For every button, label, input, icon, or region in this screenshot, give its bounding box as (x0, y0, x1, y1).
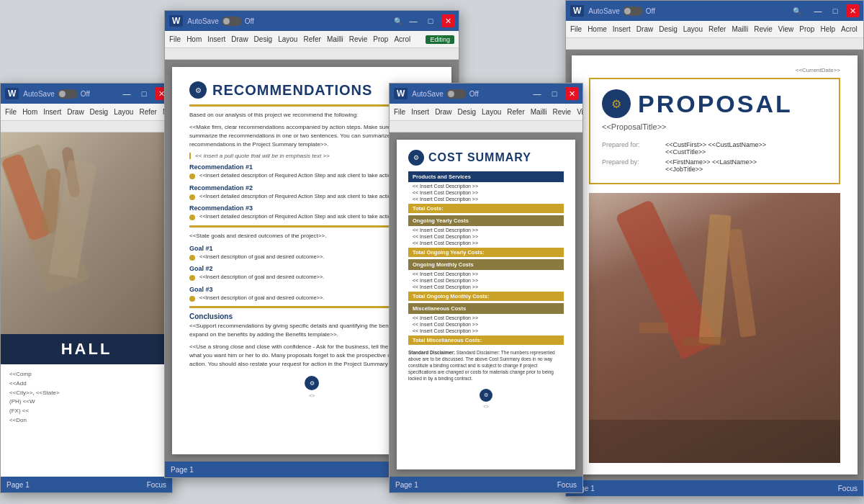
ribbon-review-3[interactable]: Revie (553, 108, 572, 116)
word-logo-4: W (570, 5, 584, 17)
ribbon-refer-1[interactable]: Refer (139, 108, 156, 116)
ribbon-view-4[interactable]: View (778, 25, 794, 33)
ribbon-refer-4[interactable]: Refer (708, 25, 726, 33)
ribbon-layout-1[interactable]: Layou (114, 108, 133, 116)
recommendations-icon: ⚙ (189, 81, 207, 99)
ribbon-file-4[interactable]: File (570, 25, 582, 33)
ribbon-draw-3[interactable]: Draw (435, 108, 451, 116)
page-indicator-1: Page 1 (6, 481, 30, 489)
ribbon-mail-2[interactable]: Mailli (327, 35, 343, 43)
ribbon-insert-4[interactable]: Insert (613, 25, 631, 33)
proposal-cover-image (589, 193, 840, 463)
products-services-header: Products and Services (408, 171, 564, 182)
ribbon-review-2[interactable]: Revie (349, 35, 368, 43)
ribbon-design-3[interactable]: Desig (457, 108, 476, 116)
prepared-by-label: Prepared by: (602, 158, 660, 173)
editing-btn-2[interactable]: Editing (426, 35, 454, 44)
autosave-3: AutoSave Off (412, 89, 479, 99)
autosave-2: AutoSave Off (187, 17, 254, 26)
ribbon-draw-4[interactable]: Draw (636, 25, 653, 33)
ribbon-insert-3[interactable]: Insert (411, 108, 429, 116)
cost-summary-header: ⚙ COST SUMMARY (408, 150, 564, 166)
ribbon-acro-4[interactable]: Acrol (841, 25, 858, 33)
ribbon-refer-2[interactable]: Refer (303, 35, 320, 43)
ribbon-mail-4[interactable]: Mailli (732, 25, 748, 33)
ribbon-insert-1[interactable]: Insert (43, 108, 61, 116)
prepared-by-value: <<FirstName>> <<LastName>> <<JobTitle>> (665, 158, 827, 173)
goal1-body: <<Insert description of goal and desired… (199, 253, 324, 261)
yearly-costs-header: Ongoing Yearly Costs (408, 215, 564, 226)
rec3-bullet (189, 215, 195, 220)
maximize-btn-3[interactable]: □ (548, 87, 561, 100)
titlebar-4: W AutoSave Off 🔍 — □ ✕ (566, 1, 863, 21)
autosave-toggle-4[interactable] (623, 6, 643, 16)
ribbon-draw-1[interactable]: Draw (67, 108, 84, 116)
plumbing-image (1, 132, 172, 334)
autosave-toggle-3[interactable] (446, 89, 467, 99)
minimize-btn-4[interactable]: — (811, 4, 824, 17)
titlebar-1: W AutoSave Off — □ ✕ (1, 84, 172, 104)
ribbon-design-1[interactable]: Desig (90, 108, 109, 116)
minimize-btn-2[interactable]: — (407, 14, 420, 27)
total-costs: Total Costs: (408, 204, 564, 213)
ribbon-file-2[interactable]: File (169, 35, 181, 43)
maximize-btn-2[interactable]: □ (424, 14, 437, 27)
focus-label-1[interactable]: Focus (147, 481, 166, 489)
focus-label-3[interactable]: Focus (557, 481, 577, 489)
ribbon-layout-2[interactable]: Layou (278, 35, 297, 43)
cost-row-9: << Insert Cost Description >> (408, 284, 564, 290)
ribbon-home-2[interactable]: Hom (186, 35, 202, 43)
window-1: W AutoSave Off — □ ✕ File Hom Insert Dra… (0, 83, 173, 493)
statusbar-4: Page 1 Focus (566, 480, 863, 496)
ribbon-home-4[interactable]: Home (588, 25, 607, 33)
ribbon-view-3[interactable]: View (577, 108, 583, 116)
cost-summary-icon: ⚙ (408, 150, 424, 166)
autosave-toggle-1[interactable] (58, 89, 78, 99)
ribbon-prop-4[interactable]: Prop (799, 25, 814, 33)
minimize-btn-1[interactable]: — (120, 87, 133, 100)
cost-row-6: << Insert Cost Description >> (408, 240, 564, 246)
ribbon-file-3[interactable]: File (394, 108, 405, 116)
word-logo-2: W (169, 15, 183, 27)
focus-label-4[interactable]: Focus (838, 485, 858, 492)
ribbon-layout-4[interactable]: Layou (683, 25, 703, 33)
goal2-bullet (189, 275, 195, 281)
autosave-1: AutoSave Off (23, 89, 90, 99)
ribbon-4: File Home Insert Draw Desig Layou Refer … (566, 21, 863, 38)
ribbon-file-1[interactable]: File (5, 108, 17, 116)
close-btn-4[interactable]: ✕ (846, 4, 859, 17)
total-misc-costs: Total Miscellaneous Costs: (408, 336, 564, 345)
search-icon-4[interactable]: 🔍 (793, 7, 801, 15)
doc-area-3: ⚙ COST SUMMARY Products and Services << … (390, 132, 582, 477)
maximize-btn-1[interactable]: □ (138, 87, 150, 100)
monthly-costs-header: Ongoing Monthly Costs (408, 259, 564, 270)
ribbon-review-4[interactable]: Revie (754, 25, 773, 33)
proposal-title-row: ⚙ PROPOSAL (602, 89, 827, 118)
maximize-btn-4[interactable]: □ (829, 4, 842, 17)
ribbon-layout-3[interactable]: Layou (482, 108, 501, 116)
ribbon-help-4[interactable]: Help (820, 25, 835, 33)
minimize-btn-3[interactable]: — (531, 87, 544, 100)
ribbon-mail-3[interactable]: Mailli (531, 108, 547, 116)
ribbon-home-1[interactable]: Hom (22, 108, 37, 116)
ribbon-refer-3[interactable]: Refer (507, 108, 524, 116)
close-btn-3[interactable]: ✕ (565, 87, 578, 100)
ribbon-prop-2[interactable]: Prop (373, 35, 388, 43)
prepared-for-value: <<CustFirst>> <<CustLastName>> <<CustTit… (665, 141, 827, 156)
statusbar-1: Page 1 Focus (1, 477, 172, 492)
doc-area-4: <<CurrentDate>> ⚙ PROPOSAL <<ProposalTit… (566, 50, 863, 480)
proposal-heading: PROPOSAL (638, 90, 793, 118)
ribbon-design-2[interactable]: Desig (254, 35, 273, 43)
ribbon-design-4[interactable]: Desig (659, 25, 678, 33)
ruler-2 (165, 48, 459, 60)
autosave-toggle-2[interactable] (222, 17, 242, 26)
autosave-4: AutoSave Off (588, 6, 655, 16)
ribbon-draw-2[interactable]: Draw (231, 35, 248, 43)
ribbon-insert-2[interactable]: Insert (207, 35, 225, 43)
ribbon-acro-2[interactable]: Acrol (394, 35, 410, 43)
rec3-body: <<Insert detailed description of Require… (199, 213, 400, 221)
ribbon-1: File Hom Insert Draw Desig Layou Refer M… (1, 104, 172, 121)
search-icon-2[interactable]: 🔍 (394, 17, 402, 25)
close-btn-2[interactable]: ✕ (441, 14, 454, 27)
word-logo-3: W (394, 88, 408, 99)
